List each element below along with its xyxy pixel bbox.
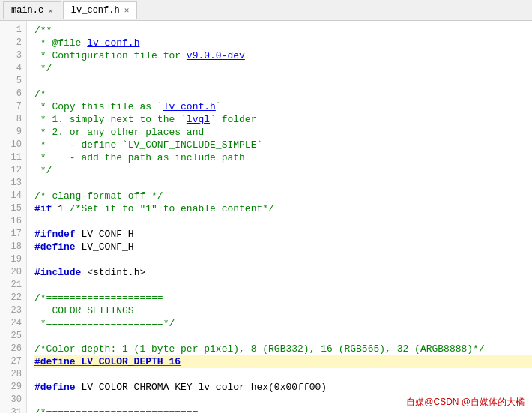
code-line-25 [34,330,532,343]
editor: 1234567891011121314151617181920212223242… [0,21,532,413]
code-line-22: /*==================== [34,292,532,304]
line-num-2: 2 [0,37,26,49]
line-num-19: 19 [0,253,26,266]
line-numbers: 1234567891011121314151617181920212223242… [0,21,27,413]
line-num-6: 6 [0,88,26,100]
tab-main-c[interactable]: main.c ✕ [3,1,61,19]
line-num-16: 16 [0,215,26,228]
line-num-4: 4 [0,62,26,75]
line-num-25: 25 [0,330,26,343]
line-num-14: 14 [0,190,26,202]
line-num-26: 26 [0,343,26,355]
code-line-28 [34,368,532,381]
code-line-19 [34,253,532,266]
code-area[interactable]: /** * @file lv_conf.h * Configuration fi… [27,21,532,413]
line-num-3: 3 [0,49,26,62]
line-num-17: 17 [0,228,26,241]
code-line-4: */ [34,62,532,75]
line-num-23: 23 [0,304,26,317]
line-num-10: 10 [0,139,26,151]
code-line-9: * 2. or any other places and [34,126,532,139]
line-num-28: 28 [0,368,26,381]
line-num-8: 8 [0,113,26,126]
tab-lv-conf-h-label: lv_conf.h [71,5,120,16]
line-num-30: 30 [0,394,26,406]
line-num-9: 9 [0,126,26,139]
code-line-15: #if 1 /*Set it to "1" to enable content*… [34,202,532,215]
code-line-24: *====================*/ [34,317,532,330]
code-line-27: #define LV_COLOR_DEPTH 16 [34,355,532,368]
code-line-8: * 1. simply next to the `lvgl` folder [34,113,532,126]
line-num-13: 13 [0,177,26,190]
code-line-16 [34,215,532,228]
code-line-6: /* [34,88,532,100]
tab-main-c-close[interactable]: ✕ [48,6,53,16]
code-line-11: * - add the path as include path [34,151,532,164]
title-bar: main.c ✕ lv_conf.h ✕ [0,0,532,21]
line-num-7: 7 [0,100,26,113]
code-line-12: */ [34,164,532,177]
line-num-15: 15 [0,202,26,215]
line-num-27: 27 [0,355,26,368]
line-num-31: 31 [0,406,26,413]
code-line-1: /** [34,24,532,37]
code-line-26: /*Color depth: 1 (1 byte per pixel), 8 (… [34,343,532,355]
code-line-13 [34,177,532,190]
tab-lv-conf-h[interactable]: lv_conf.h ✕ [63,1,137,19]
code-line-5 [34,75,532,88]
line-num-21: 21 [0,279,26,292]
line-num-20: 20 [0,266,26,279]
line-num-11: 11 [0,151,26,164]
code-line-18: #define LV_CONF_H [34,241,532,253]
code-line-2: * @file lv_conf.h [34,37,532,49]
line-num-18: 18 [0,241,26,253]
code-line-14: /* clang-format off */ [34,190,532,202]
code-line-29: #define LV_COLOR_CHROMA_KEY lv_color_hex… [34,381,532,394]
code-line-17: #ifndef LV_CONF_H [34,228,532,241]
code-line-20: #include <stdint.h> [34,266,532,279]
tab-lv-conf-h-close[interactable]: ✕ [124,5,130,15]
line-num-22: 22 [0,292,26,304]
code-line-10: * - define `LV_CONF_INCLUDE_SIMPLE` [34,139,532,151]
line-num-24: 24 [0,317,26,330]
line-num-12: 12 [0,164,26,177]
code-line-3: * Configuration file for v9.0.0-dev [34,49,532,62]
watermark: 自媒@CSDN @自媒体的大橘 [406,396,525,409]
line-num-1: 1 [0,24,26,37]
code-line-21 [34,279,532,292]
code-line-7: * Copy this file as `lv_conf.h` [34,100,532,113]
line-num-5: 5 [0,75,26,88]
code-line-23: COLOR SETTINGS [34,304,532,317]
line-num-29: 29 [0,381,26,394]
tab-main-c-label: main.c [11,5,43,16]
